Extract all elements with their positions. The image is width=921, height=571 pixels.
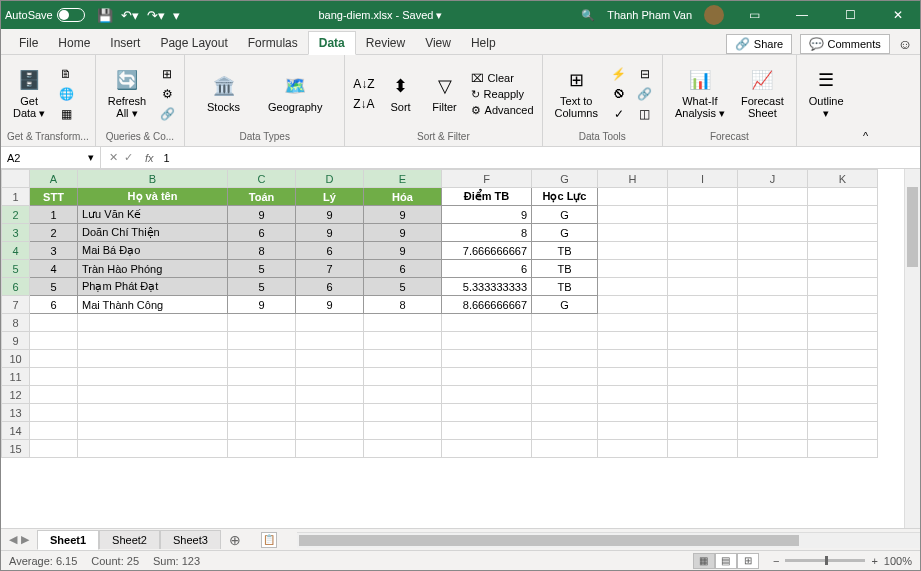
cell-D15[interactable]	[296, 440, 364, 458]
col-header-F[interactable]: F	[442, 170, 532, 188]
cell-I11[interactable]	[668, 368, 738, 386]
cell-B11[interactable]	[78, 368, 228, 386]
normal-view-icon[interactable]: ▦	[693, 553, 715, 569]
flash-fill-icon[interactable]: ⚡	[610, 65, 628, 83]
cell-E5[interactable]: 6	[364, 260, 442, 278]
enter-icon[interactable]: ✓	[124, 151, 133, 164]
cell-H1[interactable]	[598, 188, 668, 206]
cell-J11[interactable]	[738, 368, 808, 386]
stocks-button[interactable]: 🏛️Stocks	[201, 73, 246, 115]
cell-I1[interactable]	[668, 188, 738, 206]
cell-I15[interactable]	[668, 440, 738, 458]
zoom-slider[interactable]	[785, 559, 865, 562]
autosave-toggle[interactable]: AutoSave	[5, 8, 85, 22]
cell-H5[interactable]	[598, 260, 668, 278]
minimize-icon[interactable]: —	[784, 1, 820, 29]
col-header-D[interactable]: D	[296, 170, 364, 188]
tab-help[interactable]: Help	[461, 32, 506, 54]
cell-C13[interactable]	[228, 404, 296, 422]
avatar[interactable]	[704, 5, 724, 25]
cell-K7[interactable]	[808, 296, 878, 314]
cell-B7[interactable]: Mai Thành Công	[78, 296, 228, 314]
cell-E2[interactable]: 9	[364, 206, 442, 224]
tab-insert[interactable]: Insert	[100, 32, 150, 54]
col-header-I[interactable]: I	[668, 170, 738, 188]
geography-button[interactable]: 🗺️Geography	[262, 73, 328, 115]
cell-K5[interactable]	[808, 260, 878, 278]
cell-G11[interactable]	[532, 368, 598, 386]
cell-B8[interactable]	[78, 314, 228, 332]
cell-G2[interactable]: G	[532, 206, 598, 224]
cell-D5[interactable]: 7	[296, 260, 364, 278]
cell-H15[interactable]	[598, 440, 668, 458]
cell-H9[interactable]	[598, 332, 668, 350]
cell-G9[interactable]	[532, 332, 598, 350]
cell-D1[interactable]: Lý	[296, 188, 364, 206]
cell-B5[interactable]: Tràn Hào Phóng	[78, 260, 228, 278]
col-header-B[interactable]: B	[78, 170, 228, 188]
next-sheet-icon[interactable]: ▶	[21, 533, 29, 546]
cell-D11[interactable]	[296, 368, 364, 386]
cell-C15[interactable]	[228, 440, 296, 458]
cell-C3[interactable]: 6	[228, 224, 296, 242]
sort-az-icon[interactable]: A↓Z	[353, 77, 374, 91]
cell-J2[interactable]	[738, 206, 808, 224]
cell-I12[interactable]	[668, 386, 738, 404]
cell-J6[interactable]	[738, 278, 808, 296]
tab-home[interactable]: Home	[48, 32, 100, 54]
cell-I10[interactable]	[668, 350, 738, 368]
cell-E6[interactable]: 5	[364, 278, 442, 296]
maximize-icon[interactable]: ☐	[832, 1, 868, 29]
col-header-C[interactable]: C	[228, 170, 296, 188]
qat-dropdown-icon[interactable]: ▾	[173, 8, 180, 23]
tab-review[interactable]: Review	[356, 32, 415, 54]
cell-E7[interactable]: 8	[364, 296, 442, 314]
cell-G3[interactable]: G	[532, 224, 598, 242]
cell-C11[interactable]	[228, 368, 296, 386]
formula-input[interactable]: 1	[158, 152, 920, 164]
cell-J3[interactable]	[738, 224, 808, 242]
cell-D2[interactable]: 9	[296, 206, 364, 224]
cell-F14[interactable]	[442, 422, 532, 440]
prev-sheet-icon[interactable]: ◀	[9, 533, 17, 546]
cell-C7[interactable]: 9	[228, 296, 296, 314]
cell-E4[interactable]: 9	[364, 242, 442, 260]
cell-B6[interactable]: Phạm Phát Đạt	[78, 278, 228, 296]
col-header-H[interactable]: H	[598, 170, 668, 188]
cell-F12[interactable]	[442, 386, 532, 404]
text-to-columns-button[interactable]: ⊞Text to Columns	[549, 67, 604, 121]
cell-D4[interactable]: 6	[296, 242, 364, 260]
advanced-button[interactable]: ⚙ Advanced	[469, 103, 536, 118]
cell-K3[interactable]	[808, 224, 878, 242]
cell-K2[interactable]	[808, 206, 878, 224]
sort-button[interactable]: ⬍Sort	[381, 73, 421, 115]
comments-button[interactable]: 💬 Comments	[800, 34, 890, 54]
cell-A6[interactable]: 5	[30, 278, 78, 296]
row-header-13[interactable]: 13	[2, 404, 30, 422]
page-layout-view-icon[interactable]: ▤	[715, 553, 737, 569]
toggle-off-icon[interactable]	[57, 8, 85, 22]
cell-K10[interactable]	[808, 350, 878, 368]
cell-D12[interactable]	[296, 386, 364, 404]
cell-A3[interactable]: 2	[30, 224, 78, 242]
cell-C9[interactable]	[228, 332, 296, 350]
filter-button[interactable]: ▽Filter	[425, 73, 465, 115]
cell-A10[interactable]	[30, 350, 78, 368]
cell-C12[interactable]	[228, 386, 296, 404]
cell-G7[interactable]: G	[532, 296, 598, 314]
cell-H12[interactable]	[598, 386, 668, 404]
cell-B2[interactable]: Lưu Văn Kế	[78, 206, 228, 224]
cell-I7[interactable]	[668, 296, 738, 314]
tab-page-layout[interactable]: Page Layout	[150, 32, 237, 54]
cell-A2[interactable]: 1	[30, 206, 78, 224]
cell-C4[interactable]: 8	[228, 242, 296, 260]
row-header-15[interactable]: 15	[2, 440, 30, 458]
tab-data[interactable]: Data	[308, 31, 356, 55]
chevron-down-icon[interactable]: ▾	[88, 151, 94, 164]
cell-E1[interactable]: Hóa	[364, 188, 442, 206]
cell-J1[interactable]	[738, 188, 808, 206]
cell-J5[interactable]	[738, 260, 808, 278]
row-header-2[interactable]: 2	[2, 206, 30, 224]
cell-A1[interactable]: STT	[30, 188, 78, 206]
cell-E15[interactable]	[364, 440, 442, 458]
